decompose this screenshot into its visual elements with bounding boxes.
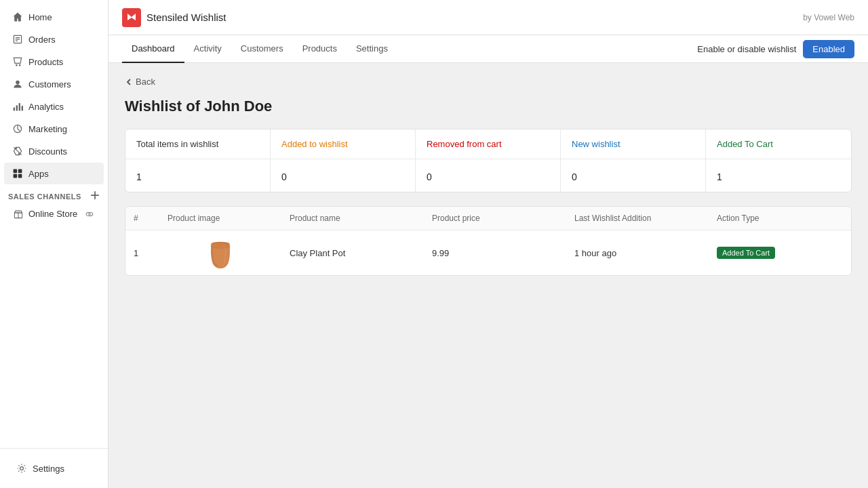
main-content: Stensiled Wishlist by Vowel Web Dashboar… (108, 0, 868, 488)
enable-label: Enable or disable wishlist (697, 44, 796, 54)
marketing-icon (12, 123, 23, 134)
analytics-icon (12, 101, 23, 112)
sidebar-item-orders[interactable]: Orders (4, 28, 104, 50)
back-chevron-icon (125, 78, 133, 86)
sidebar-item-settings[interactable]: Settings (8, 458, 100, 479)
added-to-cart-label: Added To Cart (717, 139, 840, 149)
stat-added-wishlist-header: Added to wishlist (271, 129, 416, 159)
stat-new-wishlist-header: New wishlist (561, 129, 706, 159)
svg-rect-10 (22, 106, 23, 110)
tab-dashboard[interactable]: Dashboard (122, 35, 184, 63)
stat-total-items-value-cell: 1 (125, 159, 271, 192)
new-wishlist-label: New wishlist (572, 139, 694, 149)
new-wishlist-value: 0 (572, 169, 694, 182)
added-to-wishlist-value: 0 (281, 169, 404, 182)
svg-point-4 (16, 64, 18, 66)
stats-header-row: Total items in wishlist Added to wishlis… (125, 129, 851, 159)
sidebar-item-label: Marketing (28, 124, 67, 134)
sidebar-nav: Home Orders Products Custo (0, 0, 108, 448)
sidebar-item-home[interactable]: Home (4, 6, 104, 28)
svg-point-19 (86, 212, 93, 216)
stat-total-items-header: Total items in wishlist (125, 129, 271, 159)
sidebar-item-apps[interactable]: Apps (4, 163, 104, 184)
col-image: Product image (159, 207, 281, 230)
nav-tabs: Dashboard Activity Customers Products Se… (122, 35, 397, 62)
sidebar-bottom: Settings (0, 448, 108, 488)
sales-channels-title: SALES CHANNELS (8, 192, 81, 201)
home-icon (12, 12, 23, 22)
col-last-addition: Last Wishlist Addition (566, 207, 709, 230)
app-by-text: by Vowel Web (803, 13, 854, 22)
row-product-price: 9.99 (424, 241, 566, 265)
removed-from-cart-label: Removed from cart (427, 139, 549, 149)
settings-label: Settings (33, 464, 64, 474)
stats-values-row: 1 0 0 0 1 (125, 159, 851, 192)
sidebar-item-discounts[interactable]: Discounts (4, 140, 104, 162)
sidebar-item-label: Products (28, 57, 63, 67)
back-link[interactable]: Back (125, 77, 852, 87)
products-icon (12, 56, 23, 67)
sidebar-item-products[interactable]: Products (4, 51, 104, 73)
sidebar-item-label: Customers (28, 79, 71, 89)
content-area: Back Wishlist of John Doe Total items in… (108, 63, 868, 488)
back-label: Back (136, 77, 155, 87)
added-to-cart-value: 1 (717, 169, 840, 182)
online-store-left: Online Store (14, 209, 77, 219)
eye-icon (85, 209, 94, 219)
sidebar-item-label: Home (28, 12, 52, 22)
col-name: Product name (281, 207, 424, 230)
sidebar-item-label: Analytics (28, 102, 64, 112)
enable-btn[interactable]: Enabled (803, 40, 854, 58)
table-row: 1 Clay Plan (125, 230, 851, 275)
sidebar-item-customers[interactable]: Customers (4, 73, 104, 95)
app-title: Stensiled Wishlist (146, 12, 226, 23)
svg-point-6 (16, 81, 20, 85)
settings-icon (16, 463, 27, 474)
row-action-type: Added To Cart (709, 240, 851, 266)
stats-card: Total items in wishlist Added to wishlis… (125, 129, 852, 192)
sales-channels-section: SALES CHANNELS Online Store (0, 185, 108, 226)
clay-pot-image (207, 236, 234, 270)
svg-rect-14 (14, 174, 18, 178)
sidebar-item-online-store[interactable]: Online Store (8, 205, 100, 223)
col-index: # (125, 207, 159, 230)
row-product-name: Clay Plant Pot (281, 241, 424, 265)
action-type-badge: Added To Cart (717, 247, 775, 259)
tab-products[interactable]: Products (293, 35, 347, 63)
row-product-image (159, 230, 281, 275)
stat-removed-cart-value-cell: 0 (416, 159, 561, 192)
app-header-left: Stensiled Wishlist (122, 8, 226, 27)
svg-rect-15 (18, 174, 22, 178)
svg-point-5 (19, 64, 20, 66)
sidebar-item-marketing[interactable]: Marketing (4, 118, 104, 140)
added-to-wishlist-label: Added to wishlist (281, 139, 404, 149)
svg-rect-9 (19, 103, 20, 110)
customers-icon (12, 79, 23, 89)
total-items-value: 1 (136, 169, 259, 182)
tab-activity[interactable]: Activity (184, 35, 231, 63)
stat-new-wishlist-value-cell: 0 (561, 159, 706, 192)
sidebar-item-label: Apps (28, 169, 49, 179)
sidebar-item-label: Discounts (28, 146, 67, 157)
sidebar-item-analytics[interactable]: Analytics (4, 96, 104, 117)
svg-rect-7 (14, 108, 15, 111)
page-title: Wishlist of John Doe (125, 98, 852, 115)
stat-added-cart-value-cell: 1 (706, 159, 851, 192)
col-price: Product price (424, 207, 566, 230)
svg-rect-13 (18, 169, 22, 174)
products-table: # Product image Product name Product pri… (125, 206, 852, 276)
tab-settings[interactable]: Settings (347, 35, 397, 63)
table-header: # Product image Product name Product pri… (125, 207, 851, 230)
add-sales-channel-button[interactable] (90, 190, 100, 202)
sidebar: Home Orders Products Custo (0, 0, 108, 488)
total-items-label: Total items in wishlist (136, 139, 259, 149)
stat-added-wishlist-value-cell: 0 (271, 159, 416, 192)
svg-point-20 (89, 213, 91, 215)
tab-customers[interactable]: Customers (231, 35, 293, 63)
app-header: Stensiled Wishlist by Vowel Web (108, 0, 868, 35)
nav-tabs-bar: Dashboard Activity Customers Products Se… (108, 35, 868, 63)
row-index: 1 (125, 241, 159, 265)
col-action-type: Action Type (709, 207, 851, 230)
sales-channels-header: SALES CHANNELS (8, 190, 100, 202)
row-last-addition: 1 hour ago (566, 241, 709, 265)
